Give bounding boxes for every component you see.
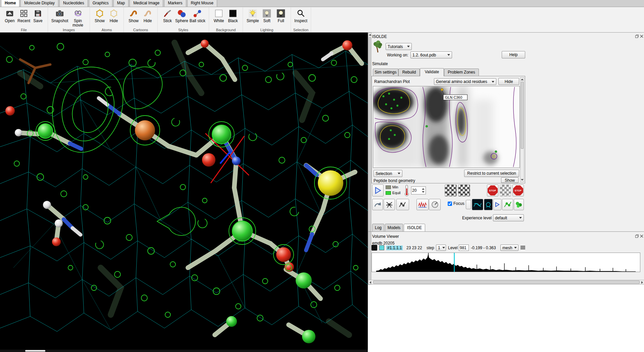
inspect-button[interactable]: Inspect — [294, 8, 308, 24]
panel-scrollbar-thumb[interactable] — [369, 37, 371, 281]
step-dropdown[interactable]: 1 — [436, 245, 446, 251]
focus-checkbox-input[interactable] — [448, 202, 452, 206]
rama-residue-class-value: General amino acid residues — [436, 79, 487, 84]
rama-flagged-point[interactable] — [441, 88, 443, 91]
tab-validate[interactable]: Validate — [420, 68, 444, 76]
float-panel-icon[interactable] — [635, 34, 639, 38]
spotlight-mode-button[interactable] — [484, 199, 493, 210]
validate-scrollbar-thumb[interactable] — [521, 82, 524, 149]
tab-nucleotides[interactable]: Nucleotides — [59, 0, 88, 7]
tab-home[interactable]: Home — [1, 0, 19, 7]
scroll-right-icon[interactable] — [641, 281, 643, 284]
temperature-plot-button[interactable] — [416, 199, 429, 210]
graphics-window-3d-view[interactable] — [0, 33, 368, 350]
checkpoint-save-button[interactable] — [445, 184, 457, 196]
temperature-input[interactable] — [411, 187, 422, 194]
style-stick-button[interactable]: Stick — [160, 8, 175, 24]
sphere-display-button[interactable] — [514, 199, 524, 210]
viewport-bottom-scrollbar[interactable] — [0, 350, 368, 352]
scroll-up-icon[interactable] — [521, 79, 524, 80]
rama-hide-button[interactable]: Hide — [498, 78, 519, 85]
close-panel-icon[interactable] — [640, 234, 644, 238]
open-button[interactable]: Open — [3, 8, 17, 24]
tab-right-mouse[interactable]: Right Mouse — [187, 0, 217, 7]
tab-problem-zones[interactable]: Problem Zones — [444, 69, 479, 76]
save-disk-icon — [33, 8, 43, 18]
viewport-scrollbar-thumb[interactable] — [25, 350, 45, 352]
tab-graphics[interactable]: Graphics — [89, 0, 112, 7]
close-panel-icon[interactable] — [640, 34, 644, 38]
background-white-button[interactable]: White — [212, 8, 226, 24]
lighting-simple-button[interactable]: Simple — [246, 8, 260, 24]
level-input[interactable] — [459, 245, 469, 251]
experience-level-dropdown[interactable]: default — [493, 214, 524, 221]
style-ballstick-button[interactable]: Ball stick — [189, 8, 206, 24]
panel-vertical-scrollbar[interactable] — [368, 33, 371, 285]
volume-menu-icon[interactable] — [520, 245, 526, 251]
save-button[interactable]: Save — [31, 8, 45, 24]
atoms-show-button[interactable]: Show — [93, 8, 107, 24]
tab-map[interactable]: Map — [113, 0, 129, 7]
display-style-dropdown[interactable]: mesh — [500, 245, 518, 251]
lighting-soft-label: Soft — [263, 19, 270, 23]
map-color-swatch[interactable] — [379, 245, 384, 250]
cartoons-show-button[interactable]: Show — [127, 8, 141, 24]
mini-expand-button[interactable] — [466, 200, 471, 209]
spin-movie-button[interactable]: Spin movie — [69, 8, 87, 28]
cartoons-hide-button[interactable]: Hide — [141, 8, 155, 24]
stop-discard-button[interactable]: STOP — [487, 184, 498, 196]
stop-keep-button[interactable]: STOP — [512, 184, 524, 196]
tab-markers[interactable]: Markers — [164, 0, 186, 7]
tug-residue-button[interactable] — [396, 199, 409, 210]
show-all-atoms-button[interactable] — [502, 199, 513, 210]
lighting-full-button[interactable]: Full — [274, 8, 288, 24]
lighting-soft-button[interactable]: Soft — [260, 8, 274, 24]
restrict-selection-button[interactable]: Restrict to current selection — [464, 170, 519, 177]
pause-resume-button[interactable] — [372, 199, 383, 210]
tug-atom-button[interactable] — [384, 199, 395, 210]
scroll-up-icon[interactable] — [369, 34, 371, 36]
level-marker-line[interactable] — [454, 253, 455, 272]
style-sphere-button[interactable]: Sphere — [175, 8, 189, 24]
map-model-id[interactable]: #1.1.1.1 — [386, 246, 403, 250]
panel-horizontal-scrollbar[interactable] — [368, 280, 644, 284]
spin-up-icon[interactable] — [422, 188, 425, 190]
rama-selection-dropdown[interactable]: Selection — [374, 170, 402, 177]
tab-molecule-display[interactable]: Molecule Display — [20, 0, 58, 7]
scroll-left-icon[interactable] — [369, 281, 371, 284]
temperature-spinbox[interactable] — [411, 186, 426, 194]
help-button[interactable]: Help — [502, 51, 525, 58]
rama-annotation: GLN C360 — [445, 95, 462, 99]
spotlight-radius-knob[interactable] — [429, 199, 441, 210]
checkpoint-load-button[interactable] — [458, 184, 470, 196]
tab-isolde[interactable]: ISOLDE — [404, 224, 425, 232]
volume-histogram[interactable] — [371, 253, 640, 272]
background-black-button[interactable]: Black — [226, 8, 240, 24]
snapshot-button[interactable]: Snapshot — [51, 8, 69, 24]
spin-down-icon[interactable] — [422, 191, 425, 193]
recent-button[interactable]: Recent — [17, 8, 31, 24]
tutorials-dropdown[interactable]: Tutorials — [386, 43, 412, 50]
panel-hscrollbar-thumb[interactable] — [373, 280, 640, 284]
recent-label: Recent — [17, 19, 30, 23]
working-on-dropdown[interactable]: 1.2. 6out.pdb — [410, 51, 452, 58]
atoms-hide-button[interactable]: Hide — [107, 8, 121, 24]
peptide-show-button[interactable]: Show — [501, 177, 518, 183]
tab-log[interactable]: Log — [372, 224, 384, 232]
tab-rebuild[interactable]: Rebuild — [398, 69, 420, 76]
focus-checkbox[interactable]: Focus — [448, 201, 464, 206]
mask-to-selection-button[interactable] — [472, 199, 483, 210]
step-through-selection-button[interactable] — [493, 199, 501, 210]
atoms-show-icon — [95, 8, 105, 18]
tab-sim-settings[interactable]: Sim settings — [373, 69, 398, 76]
ramachandran-plot[interactable]: GLN C360 — [373, 86, 520, 168]
checkpoint-revert-button[interactable] — [500, 184, 511, 196]
map-visibility-button[interactable] — [371, 245, 377, 251]
validate-scrollbar[interactable] — [520, 77, 524, 182]
scroll-down-icon[interactable] — [521, 179, 524, 181]
start-sim-button[interactable] — [372, 184, 384, 196]
tab-models[interactable]: Models — [385, 224, 403, 232]
rama-residue-class-dropdown[interactable]: General amino acid residues — [434, 78, 496, 85]
tab-medical-image[interactable]: Medical Image — [130, 0, 163, 7]
float-panel-icon[interactable] — [635, 234, 639, 238]
